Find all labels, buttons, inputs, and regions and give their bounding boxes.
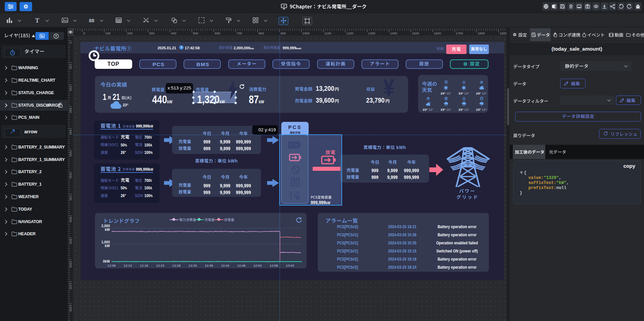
svg-text:400: 400 bbox=[171, 31, 176, 35]
svg-text:100: 100 bbox=[69, 64, 73, 69]
svg-text:1200: 1200 bbox=[346, 31, 353, 35]
svg-text:300: 300 bbox=[69, 107, 73, 113]
svg-text:900: 900 bbox=[281, 31, 286, 35]
svg-text:300: 300 bbox=[149, 31, 154, 35]
svg-text:800: 800 bbox=[69, 217, 73, 222]
svg-text:T: T bbox=[35, 17, 40, 24]
svg-text:1000: 1000 bbox=[303, 31, 310, 35]
svg-text:400: 400 bbox=[69, 129, 73, 135]
svg-text:1800: 1800 bbox=[478, 31, 485, 35]
svg-text:200: 200 bbox=[69, 86, 73, 91]
svg-text:1700: 1700 bbox=[456, 31, 463, 35]
svg-text:0: 0 bbox=[84, 31, 85, 35]
svg-text:X: X bbox=[552, 5, 554, 8]
svg-text:0: 0 bbox=[69, 42, 73, 44]
svg-text:100: 100 bbox=[105, 31, 111, 35]
svg-text:200: 200 bbox=[127, 31, 133, 35]
svg-text:800: 800 bbox=[259, 31, 264, 35]
svg-text:600: 600 bbox=[69, 173, 73, 179]
svg-text:900: 900 bbox=[69, 239, 73, 244]
svg-text:T: T bbox=[55, 34, 57, 38]
svg-text:1100: 1100 bbox=[324, 31, 331, 35]
svg-text:1300: 1300 bbox=[368, 31, 375, 35]
svg-text:500: 500 bbox=[193, 31, 198, 35]
svg-text:1900: 1900 bbox=[500, 31, 507, 35]
svg-text:600: 600 bbox=[215, 31, 220, 35]
svg-text:700: 700 bbox=[237, 31, 242, 35]
svg-text:700: 700 bbox=[69, 195, 73, 200]
svg-text:1400: 1400 bbox=[390, 31, 397, 35]
svg-text:1600: 1600 bbox=[434, 31, 441, 35]
svg-text:500: 500 bbox=[69, 151, 73, 157]
svg-text:88: 88 bbox=[89, 18, 94, 23]
svg-text:1500: 1500 bbox=[412, 31, 419, 35]
